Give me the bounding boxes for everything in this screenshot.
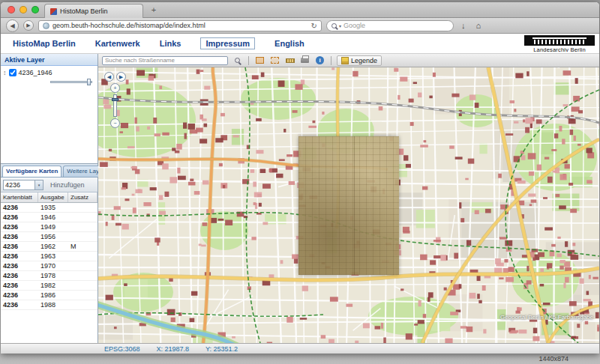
back-button[interactable]: ◀ (6, 19, 19, 32)
available-maps-panel: Verfügbare Karten Weitere Layer ▾ Hinzuf… (1, 164, 98, 343)
cell-kartenblatt: 4236 (1, 282, 38, 289)
cell-ausgabe: 1946 (38, 213, 68, 221)
layer-label: 4236_1946 (19, 69, 52, 76)
forward-button[interactable]: ▶ (23, 20, 34, 31)
map-attribution: Geoportal Berlin / K5-Farbausgabe (500, 314, 593, 321)
new-tab-button[interactable]: + (148, 4, 160, 16)
cell-kartenblatt: 4236 (1, 272, 38, 279)
measure-button[interactable] (284, 55, 296, 66)
table-row[interactable]: 42361935 (1, 203, 98, 213)
historical-map-overlay[interactable] (298, 136, 399, 275)
main-content: Aktive Layer ↕ 4236_1946 Verfügbare Kart… (1, 54, 599, 343)
layer-opacity-slider[interactable] (50, 81, 92, 83)
table-row[interactable]: 42361970 (1, 261, 98, 271)
measure-icon (286, 58, 295, 63)
window-minimize-button[interactable] (20, 6, 27, 13)
cell-ausgabe: 1956 (38, 233, 68, 240)
map-number-combo[interactable]: ▾ (3, 180, 44, 190)
search-bar[interactable]: ▾ (326, 20, 454, 31)
web-search-input[interactable] (344, 22, 448, 29)
add-map-button[interactable]: Hinzufügen (46, 181, 88, 189)
table-row[interactable]: 42361988 (1, 300, 98, 310)
cell-ausgabe: 1988 (38, 301, 68, 309)
cell-ausgabe: 1935 (38, 204, 68, 211)
nav-english[interactable]: English (274, 39, 304, 48)
map-toolbar: i Legende (98, 54, 599, 67)
logo-caption: Landesarchiv Berlin (524, 46, 595, 53)
print-button[interactable] (299, 55, 310, 66)
zoom-box-button[interactable] (254, 55, 266, 66)
active-layers-header: Aktive Layer (1, 54, 98, 66)
layer-drag-handle-icon[interactable]: ↕ (3, 69, 7, 76)
column-zusatz[interactable]: Zusatz (68, 192, 98, 202)
statusbar: EPSG:3068 X: 21987.8 Y: 25351.2 (1, 343, 599, 354)
table-row[interactable]: 42361949 (1, 222, 98, 232)
column-kartenblatt[interactable]: Kartenblatt (1, 192, 38, 202)
cell-kartenblatt: 4236 (1, 291, 38, 299)
table-row[interactable]: 42361946 (1, 213, 98, 222)
search-dropdown-icon[interactable]: ▾ (339, 23, 341, 28)
select-extent-icon (271, 57, 279, 64)
zoom-out-button[interactable]: − (110, 118, 120, 128)
street-search-input[interactable] (102, 56, 228, 65)
nav-impressum[interactable]: Impressum (200, 37, 255, 49)
sidebar-tabstrip: Verfügbare Karten Weitere Layer (1, 164, 98, 178)
site-identity-icon (43, 22, 50, 29)
table-row[interactable]: 42361982 (1, 281, 98, 291)
home-icon[interactable]: ⌂ (473, 21, 484, 30)
cell-ausgabe: 1978 (38, 272, 68, 279)
forward-icon: ▶ (26, 22, 30, 28)
map-number-input[interactable] (4, 181, 34, 189)
window-zoom-button[interactable] (32, 6, 39, 13)
back-icon: ◀ (10, 22, 14, 29)
map-filter-toolbar: ▾ Hinzufügen (1, 178, 98, 192)
zoom-in-button[interactable]: + (110, 83, 120, 93)
pan-left-button[interactable]: ◀ (104, 72, 114, 82)
combo-dropdown-icon[interactable]: ▾ (34, 181, 43, 189)
zoom-slider[interactable] (113, 94, 117, 117)
opacity-slider-handle[interactable] (87, 79, 91, 85)
page-header: HistoMap Berlin Kartenwerk Links Impress… (1, 34, 599, 54)
legend-icon (341, 57, 349, 64)
nav-kartenwerk[interactable]: Kartenwerk (95, 39, 140, 48)
legend-button[interactable]: Legende (337, 55, 382, 66)
cell-ausgabe: 1949 (38, 223, 68, 231)
browser-tab[interactable]: HistoMap Berlin (44, 4, 143, 18)
sidebar: Aktive Layer ↕ 4236_1946 Verfügbare Kart… (1, 54, 98, 343)
table-row[interactable]: 42361963 (1, 252, 98, 261)
table-row[interactable]: 42361956 (1, 232, 98, 242)
cell-kartenblatt: 4236 (1, 262, 38, 270)
nav-histomap-berlin[interactable]: HistoMap Berlin (13, 39, 76, 48)
active-layers-panel: Aktive Layer ↕ 4236_1946 (1, 54, 98, 164)
active-layer-item[interactable]: ↕ 4236_1946 (1, 66, 98, 76)
reload-icon[interactable]: ↻ (311, 22, 317, 30)
browser-window: HistoMap Berlin + ◀ ▶ geom.beuth-hochsch… (1, 2, 599, 354)
select-extent-button[interactable] (269, 55, 280, 66)
url-text: geom.beuth-hochschule.de/histomap/de/ind… (52, 22, 308, 29)
layer-checkbox[interactable] (9, 69, 16, 76)
resolution-label: 1440x874 (538, 355, 568, 363)
info-button[interactable]: i (314, 55, 326, 66)
maps-grid: Kartenblatt Ausgabe Zusatz 42361935 4236… (1, 192, 98, 343)
table-row[interactable]: 42361978 (1, 271, 98, 281)
zoom-slider-handle[interactable] (112, 98, 118, 101)
map-canvas[interactable]: ◀ ▶ + − Geoportal Berlin / K5-Farbausgab… (98, 67, 599, 343)
nav-links[interactable]: Links (160, 39, 182, 48)
column-ausgabe[interactable]: Ausgabe (38, 192, 68, 202)
pan-right-button[interactable]: ▶ (116, 72, 126, 82)
coordinate-y: Y: 25351.2 (206, 345, 238, 353)
street-search-icon (235, 58, 240, 63)
toolbar-separator (331, 56, 332, 65)
desktop: HistoMap Berlin + ◀ ▶ geom.beuth-hochsch… (0, 0, 600, 364)
downloads-icon[interactable]: ↓ (458, 21, 469, 30)
cell-kartenblatt: 4236 (1, 204, 38, 211)
street-search-button[interactable] (232, 55, 243, 66)
url-bar[interactable]: geom.beuth-hochschule.de/histomap/de/ind… (38, 20, 322, 31)
cell-kartenblatt: 4236 (1, 301, 38, 309)
tab-verfuegbare-karten[interactable]: Verfügbare Karten (2, 166, 62, 177)
toolbar-separator (248, 56, 249, 65)
tab-title: HistoMap Berlin (60, 7, 108, 15)
table-row[interactable]: 42361986 (1, 291, 98, 300)
window-close-button[interactable] (8, 6, 15, 13)
table-row[interactable]: 42361962M (1, 242, 98, 252)
